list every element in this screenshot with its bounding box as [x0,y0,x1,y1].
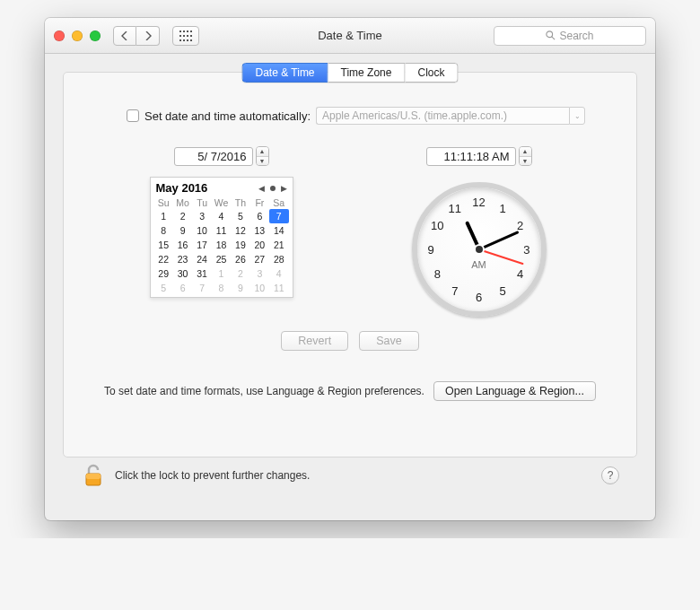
revert-button[interactable]: Revert [281,331,348,351]
calendar-day[interactable]: 26 [231,252,249,266]
calendar-day[interactable]: 3 [192,209,211,223]
calendar-day[interactable]: 24 [192,252,211,266]
calendar-dow: Fr [250,196,269,209]
clock-numeral: 8 [434,266,441,280]
calendar-day[interactable]: 16 [173,238,192,252]
auto-date-checkbox[interactable] [127,109,139,122]
tab-time-zone[interactable]: Time Zone [328,63,406,83]
calendar-day[interactable]: 31 [192,266,211,281]
help-button[interactable]: ? [601,466,619,484]
time-stepper[interactable]: ▲ ▼ [519,146,532,166]
minute-hand [478,231,519,250]
svg-rect-4 [179,35,181,37]
stepper-down-icon[interactable]: ▼ [257,157,268,166]
calendar-day[interactable]: 9 [231,281,249,295]
clock-numeral: 10 [431,219,443,232]
calendar-day[interactable]: 30 [173,266,192,281]
time-column: 11:11:18 AM ▲ ▼ AM 123456789101112 [368,146,590,317]
svg-rect-8 [179,39,181,41]
calendar-day[interactable]: 7 [269,209,288,223]
calendar-day[interactable]: 22 [154,252,173,266]
stepper-down-icon[interactable]: ▼ [520,157,531,166]
calendar-day[interactable]: 2 [231,266,249,281]
tab-clock[interactable]: Clock [405,63,458,83]
tab-group: Date & Time Time Zone Clock [242,63,459,83]
stepper-up-icon[interactable]: ▲ [257,147,268,157]
time-field-row: 11:11:18 AM ▲ ▼ [426,146,532,166]
calendar-day[interactable]: 5 [154,281,173,295]
calendar-dow: Th [231,196,249,209]
footer: Click the lock to prevent further change… [63,458,637,502]
date-column: 5/ 7/2016 ▲ ▼ May 2016 ◀ ▶ [110,146,332,317]
calendar-day[interactable]: 15 [154,238,173,252]
calendar-day[interactable]: 14 [269,223,288,238]
calendar-today-icon[interactable] [270,186,276,191]
lock-button[interactable] [81,463,106,488]
calendar-day[interactable]: 19 [231,238,249,252]
time-field[interactable]: 11:11:18 AM [426,147,516,166]
calendar-day[interactable]: 13 [250,223,269,238]
calendar-next-icon[interactable]: ▶ [281,184,287,193]
date-stepper[interactable]: ▲ ▼ [256,146,269,166]
calendar-day[interactable]: 9 [173,223,192,238]
search-input[interactable]: Search [494,26,646,46]
titlebar: Date & Time Search [45,18,655,54]
minimize-icon[interactable] [72,30,83,41]
calendar-day[interactable]: 4 [269,266,288,281]
open-language-region-button[interactable]: Open Language & Region... [433,381,596,401]
calendar-day[interactable]: 20 [250,238,269,252]
save-button[interactable]: Save [359,331,419,351]
clock-ampm-label: AM [471,259,486,270]
calendar-day[interactable]: 12 [231,223,249,238]
calendar-day[interactable]: 1 [154,209,173,223]
calendar-day[interactable]: 17 [192,238,211,252]
svg-rect-15 [86,474,101,479]
clock-numeral: 5 [500,284,506,298]
calendar-day[interactable]: 18 [212,238,231,252]
show-all-button[interactable] [172,26,199,46]
calendar-day[interactable]: 2 [173,209,192,223]
svg-rect-2 [187,30,188,32]
calendar-day[interactable]: 11 [212,223,231,238]
svg-point-12 [547,31,553,38]
content-columns: 5/ 7/2016 ▲ ▼ May 2016 ◀ ▶ [83,146,617,317]
calendar-dow: Mo [173,196,192,209]
calendar-day[interactable]: 4 [212,209,231,223]
calendar-day[interactable]: 6 [250,209,269,223]
calendar-day[interactable]: 6 [173,281,192,295]
tab-date-time[interactable]: Date & Time [242,63,328,83]
analog-clock[interactable]: AM 123456789101112 [412,182,547,317]
calendar-day[interactable]: 5 [231,209,249,223]
time-server-value: Apple Americas/U.S. (time.apple.com.) [316,107,569,125]
stepper-up-icon[interactable]: ▲ [520,147,531,157]
calendar-day[interactable]: 25 [212,252,231,266]
calendar-day[interactable]: 10 [250,281,269,295]
calendar-day[interactable]: 11 [269,281,288,295]
calendar-day[interactable]: 10 [192,223,211,238]
calendar-prev-icon[interactable]: ◀ [258,184,265,193]
window-body: Date & Time Time Zone Clock Set date and… [45,54,655,520]
hint-row: To set date and time formats, use Langua… [83,381,617,401]
time-server-dropdown[interactable]: Apple Americas/U.S. (time.apple.com.) ⌄ [316,107,585,125]
calendar-day[interactable]: 27 [250,252,269,266]
forward-button[interactable] [136,26,160,46]
zoom-icon[interactable] [90,30,101,41]
back-button[interactable] [113,26,136,46]
calendar-day[interactable]: 29 [154,266,173,281]
calendar-day[interactable]: 8 [212,281,231,295]
clock-numeral: 6 [476,291,482,304]
svg-rect-7 [190,35,192,37]
calendar-day[interactable]: 7 [192,281,211,295]
calendar-day[interactable]: 23 [173,252,192,266]
calendar-day[interactable]: 8 [154,223,173,238]
calendar-day[interactable]: 28 [269,252,288,266]
calendar-day[interactable]: 3 [250,266,269,281]
close-icon[interactable] [54,30,65,41]
date-field[interactable]: 5/ 7/2016 [174,147,253,166]
calendar-day[interactable]: 1 [212,266,231,281]
preferences-window: Date & Time Search Date & Time Time Zone… [45,18,655,520]
svg-rect-3 [190,30,192,32]
auto-date-row: Set date and time automatically: Apple A… [127,107,617,125]
calendar-day[interactable]: 21 [269,238,288,252]
svg-rect-9 [183,39,185,41]
